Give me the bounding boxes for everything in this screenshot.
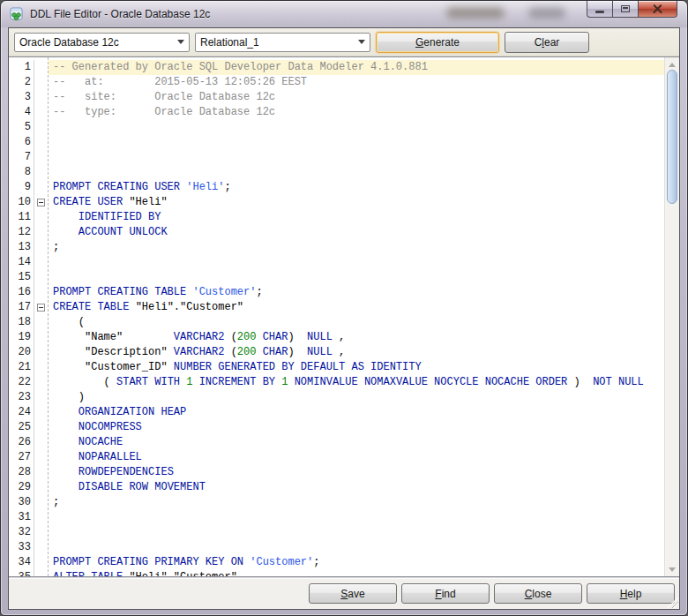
line-number: 30 [9, 495, 34, 510]
line-number: 33 [9, 540, 34, 555]
fold-collapse-icon[interactable] [37, 304, 45, 312]
line-number: 9 [9, 180, 34, 195]
line-number: 29 [9, 480, 34, 495]
minimize-icon [595, 11, 604, 13]
code-line[interactable]: IDENTIFIED BY [49, 210, 664, 225]
window-controls [587, 1, 677, 18]
line-number: 19 [9, 330, 34, 345]
code-line[interactable] [49, 525, 664, 540]
aero-glass-smudge [446, 7, 505, 19]
gutter-row: 14 [9, 255, 48, 270]
code-line[interactable]: DISABLE ROW MOVEMENT [49, 480, 664, 495]
code-area[interactable]: -- Generated by Oracle SQL Developer Dat… [48, 57, 664, 576]
line-number-gutter: 1234567891011121314151617181920212223242… [9, 57, 48, 576]
code-line[interactable]: -- at: 2015-05-13 12:05:26 EEST [49, 75, 664, 90]
code-line[interactable]: ; [49, 240, 664, 255]
code-line[interactable]: ( [49, 315, 664, 330]
gutter-row: 26 [9, 435, 48, 450]
line-number: 18 [9, 315, 34, 330]
code-line[interactable]: ; [49, 495, 664, 510]
code-line[interactable]: PROMPT CREATING PRIMARY KEY ON 'Customer… [49, 555, 664, 570]
line-number: 32 [9, 525, 34, 540]
line-number: 23 [9, 390, 34, 405]
code-line[interactable]: ( START WITH 1 INCREMENT BY 1 NOMINVALUE… [49, 375, 664, 390]
code-line[interactable]: CREATE USER "Heli" [49, 195, 664, 210]
line-number: 3 [9, 90, 34, 105]
code-line[interactable] [49, 510, 664, 525]
code-editor[interactable]: 1234567891011121314151617181920212223242… [9, 56, 679, 577]
gutter-row: 35 [9, 570, 48, 577]
line-number: 5 [9, 120, 34, 135]
fold-collapse-icon[interactable] [37, 199, 45, 207]
code-line[interactable]: NOCOMPRESS [49, 420, 664, 435]
vertical-scrollbar[interactable] [664, 57, 679, 576]
save-button[interactable]: Save [309, 583, 397, 604]
maximize-button[interactable] [612, 1, 638, 18]
code-line[interactable] [49, 120, 664, 135]
scrollbar-thumb[interactable] [667, 70, 677, 204]
app-icon [10, 7, 24, 21]
clear-button[interactable]: Clear [505, 32, 589, 53]
code-line[interactable] [49, 150, 664, 165]
line-number: 8 [9, 165, 34, 180]
code-line[interactable]: NOCACHE [49, 435, 664, 450]
dialog-content: Oracle Database 12c Relational_1 Generat… [8, 27, 680, 610]
code-line[interactable] [49, 135, 664, 150]
line-number: 17 [9, 300, 34, 315]
line-number: 16 [9, 285, 34, 300]
gutter-row: 20 [9, 345, 48, 360]
titlebar[interactable]: DDL File Editor - Oracle Database 12c [1, 1, 687, 27]
model-combobox[interactable]: Relational_1 [195, 33, 370, 52]
close-icon [653, 4, 662, 14]
code-line[interactable]: -- type: Oracle Database 12c [49, 105, 664, 120]
code-line[interactable]: CREATE TABLE "Heli"."Customer" [49, 300, 664, 315]
close-button[interactable] [638, 1, 677, 18]
code-line[interactable]: "Description" VARCHAR2 (200 CHAR) NULL , [49, 345, 664, 360]
line-number: 28 [9, 465, 34, 480]
gutter-row: 6 [9, 135, 48, 150]
code-line[interactable]: ) [49, 390, 664, 405]
gutter-row: 3 [9, 90, 48, 105]
gutter-row: 16 [9, 285, 48, 300]
gutter-row: 7 [9, 150, 48, 165]
gutter-row: 18 [9, 315, 48, 330]
maximize-icon [621, 5, 630, 12]
code-line[interactable] [49, 540, 664, 555]
code-line[interactable] [49, 165, 664, 180]
code-line[interactable]: PROMPT CREATING USER 'Heli'; [49, 180, 664, 195]
code-line[interactable]: PROMPT CREATING TABLE 'Customer'; [49, 285, 664, 300]
line-number: 22 [9, 375, 34, 390]
code-line[interactable]: ORGANIZATION HEAP [49, 405, 664, 420]
code-line[interactable] [49, 255, 664, 270]
code-line[interactable]: "Customer_ID" NUMBER GENERATED BY DEFAUL… [49, 360, 664, 375]
code-line[interactable]: -- Generated by Oracle SQL Developer Dat… [49, 60, 664, 75]
gutter-row: 5 [9, 120, 48, 135]
gutter-row: 28 [9, 465, 48, 480]
find-button[interactable]: Find [401, 583, 490, 604]
aero-glass-smudge [528, 7, 565, 19]
database-combobox-value: Oracle Database 12c [19, 36, 174, 49]
close-dialog-button[interactable]: Close [494, 583, 582, 604]
minimize-button[interactable] [587, 1, 612, 18]
model-combobox-value: Relational_1 [200, 36, 355, 49]
generate-button[interactable]: Generate [376, 32, 499, 53]
gutter-row: 9 [9, 180, 48, 195]
help-button[interactable]: Help [587, 583, 675, 604]
code-line[interactable] [49, 270, 664, 285]
code-line[interactable]: "Name" VARCHAR2 (200 CHAR) NULL , [49, 330, 664, 345]
code-line[interactable]: ACCOUNT UNLOCK [49, 225, 664, 240]
code-line[interactable]: ROWDEPENDENCIES [49, 465, 664, 480]
chevron-down-icon [177, 40, 184, 44]
gutter-row: 25 [9, 420, 48, 435]
code-line[interactable]: NOPARALLEL [49, 450, 664, 465]
gutter-row: 4 [9, 105, 48, 120]
line-number: 21 [9, 360, 34, 375]
line-number: 1 [9, 60, 34, 75]
code-line[interactable]: -- site: Oracle Database 12c [49, 90, 664, 105]
code-line[interactable]: ALTER TABLE "Heli"."Customer" [49, 570, 664, 576]
arrow-down-icon [669, 567, 676, 572]
database-combobox[interactable]: Oracle Database 12c [14, 33, 190, 52]
line-number: 26 [9, 435, 34, 450]
line-number: 31 [9, 510, 34, 525]
scroll-down-button[interactable] [665, 562, 679, 576]
